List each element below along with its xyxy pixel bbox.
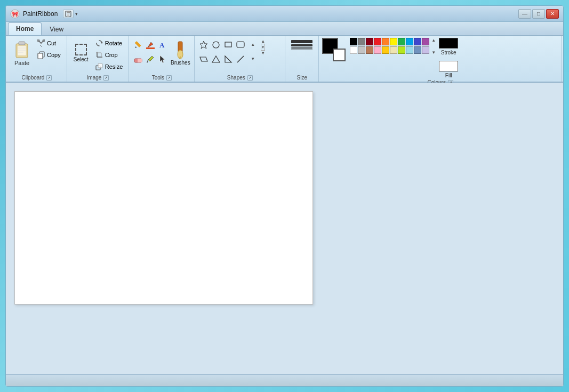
star4-shape[interactable] (198, 38, 210, 52)
eyedropper-tool[interactable] (145, 52, 156, 66)
copy-label: Copy (47, 52, 61, 58)
brushes-button[interactable]: Brushes (170, 38, 191, 68)
clipboard-expand[interactable]: ↗ (46, 75, 52, 81)
ribbon-group-tools: A (129, 36, 195, 82)
parallelogram-shape[interactable] (198, 52, 210, 66)
pencil-icon (133, 40, 143, 50)
copy-button[interactable]: Copy (35, 50, 63, 60)
rect-shape[interactable] (222, 38, 234, 52)
size-thinnest-line[interactable] (291, 50, 312, 50)
shapes-expand[interactable]: ↗ (247, 75, 253, 81)
swatch-blue[interactable] (406, 38, 413, 45)
swatch-green[interactable] (398, 38, 405, 45)
colors-scroll-down[interactable]: ▼ (431, 50, 436, 55)
svg-marker-37 (200, 41, 207, 49)
swatch-lavender[interactable] (422, 46, 429, 54)
eyedropper-icon (146, 54, 155, 64)
image-expand[interactable]: ↗ (103, 75, 109, 81)
crop-button[interactable]: Crop (93, 50, 126, 60)
svg-rect-39 (225, 42, 231, 47)
triangle-shape[interactable] (210, 52, 222, 66)
svg-line-15 (40, 45, 42, 47)
fill-color-box[interactable] (333, 49, 346, 61)
svg-rect-17 (38, 53, 43, 59)
ribbon-group-clipboard: Paste Cut (7, 36, 67, 82)
svg-marker-42 (212, 56, 220, 62)
paste-button[interactable]: Paste (10, 38, 34, 68)
swatch-lime[interactable] (398, 46, 405, 54)
swatch-orange[interactable] (382, 38, 389, 45)
swatch-white[interactable] (350, 46, 357, 54)
image-actions: Rotate Crop (93, 38, 126, 72)
close-button[interactable]: ✕ (546, 9, 559, 19)
size-medium-line[interactable] (291, 44, 312, 46)
crop-label: Crop (105, 52, 118, 58)
diagonal-shape[interactable] (235, 52, 246, 66)
rotate-label: Rotate (105, 40, 122, 46)
save-quick-btn[interactable] (63, 10, 74, 18)
swatch-red[interactable] (374, 38, 381, 45)
stroke-label: Stroke (441, 50, 456, 55)
drawing-canvas[interactable] (14, 91, 313, 305)
swatch-brown[interactable] (366, 46, 373, 54)
shapes-right-scroll-up[interactable]: ▲ (261, 39, 265, 44)
canvas-area[interactable] (6, 83, 563, 374)
colors-scroll-up[interactable]: ▲ (431, 38, 436, 43)
rotate-button[interactable]: Rotate (93, 38, 126, 49)
swatch-yellow[interactable] (390, 38, 397, 45)
text-icon: A (158, 40, 167, 50)
tools-expand[interactable]: ↗ (166, 75, 172, 81)
maximize-button[interactable]: □ (532, 9, 545, 19)
cut-button[interactable]: Cut (35, 38, 63, 49)
text-tool[interactable]: A (157, 38, 169, 52)
swatch-pink[interactable] (374, 46, 381, 54)
qa-dropdown-arrow[interactable]: ▾ (75, 11, 78, 17)
tools-group-label: Tools ↗ (132, 74, 191, 81)
paste-icon (14, 39, 30, 59)
swatch-cream[interactable] (390, 46, 397, 54)
swatch-purple[interactable] (422, 38, 429, 45)
size-thin-line[interactable] (291, 47, 312, 49)
clipboard-content: Paste Cut (10, 38, 63, 74)
swatch-steelblue[interactable] (414, 46, 421, 54)
shapes-scroll-up[interactable]: ▲ (247, 38, 259, 52)
fill-preview[interactable] (439, 61, 458, 71)
minimize-button[interactable]: — (518, 9, 531, 19)
tab-home[interactable]: Home (8, 22, 42, 35)
svg-line-31 (147, 60, 148, 62)
tabbar: Home View (6, 22, 563, 36)
tab-view[interactable]: View (42, 23, 71, 35)
rect2-shape[interactable] (235, 38, 246, 52)
swatch-darkred[interactable] (366, 38, 373, 45)
pencil-tool[interactable] (132, 38, 144, 52)
fill-tool[interactable] (145, 38, 156, 52)
shapes-right-scroll-down[interactable]: ▼ (261, 51, 265, 55)
copy-icon (37, 51, 45, 59)
stroke-preview[interactable] (439, 38, 458, 49)
swatch-gold[interactable] (382, 46, 389, 54)
svg-text:A: A (159, 41, 165, 49)
swatch-lightgray[interactable] (358, 46, 365, 54)
app-title: PaintRibbon (23, 10, 58, 18)
swatch-skyblue[interactable] (406, 46, 413, 54)
swatch-gray[interactable] (358, 38, 365, 45)
select-button[interactable]: Select (70, 38, 92, 68)
main-area (6, 83, 563, 374)
color-swatches (350, 38, 429, 54)
svg-marker-32 (160, 55, 165, 63)
circle-shape[interactable] (210, 38, 222, 52)
svg-rect-30 (138, 59, 142, 62)
color-row-2 (350, 46, 429, 54)
stroke-fill-labels: Stroke Fill (439, 38, 458, 78)
rtriangle-shape[interactable] (222, 52, 234, 66)
shapes-scroll-down[interactable]: ▼ (247, 52, 259, 66)
size-thick-line[interactable] (291, 40, 312, 43)
pointer-icon (158, 54, 167, 64)
rotate-icon (95, 39, 103, 47)
swatch-indigo[interactable] (414, 38, 421, 45)
eraser-tool[interactable] (132, 52, 144, 66)
pointer-tool[interactable] (157, 52, 169, 66)
swatch-black[interactable] (350, 38, 357, 45)
resize-button[interactable]: Resize (93, 61, 126, 72)
shapes-expand-btn[interactable]: ▾ (261, 44, 265, 51)
